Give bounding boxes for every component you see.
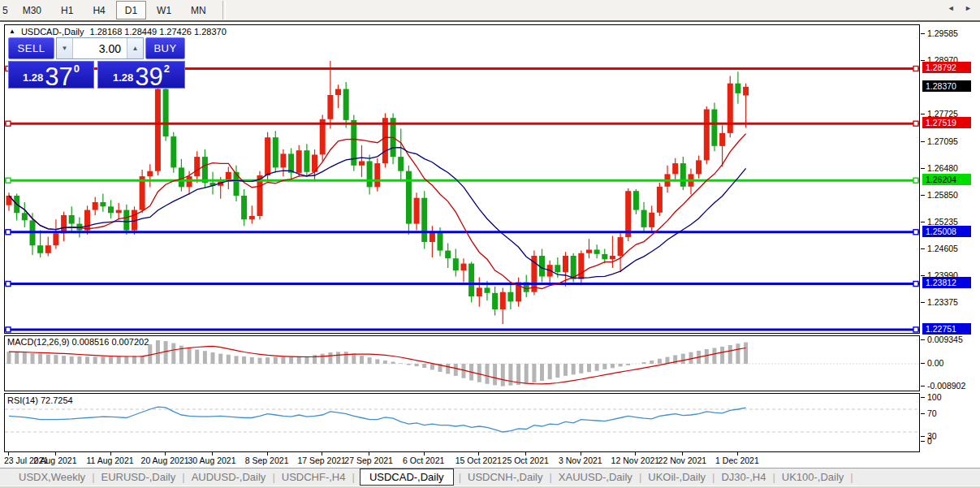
tab-separator: | <box>549 471 551 483</box>
hline-price-label: 1.22751 <box>922 323 971 335</box>
volume-input[interactable]: 3.00 <box>73 38 127 58</box>
price-axis-tick: 1.25850 <box>927 190 958 200</box>
tab-separator: | <box>92 471 94 483</box>
timeframe-m5-button[interactable]: 5 <box>1 1 12 19</box>
current-price-label: 1.28370 <box>922 80 971 92</box>
date-axis-label: 25 Oct 2021 <box>503 456 549 465</box>
date-axis-label: 11 Aug 2021 <box>86 456 133 465</box>
tab-separator: | <box>352 471 355 483</box>
tab-separator: | <box>712 471 714 483</box>
macd-axis-tick: -0.008902 <box>927 381 965 391</box>
tab-separator: | <box>772 471 775 483</box>
tabs-scroll-right-icon[interactable]: ► <box>965 4 976 12</box>
price-axis-tick: 1.24605 <box>927 244 958 253</box>
sell-price-display[interactable]: 1.28 37 0 <box>8 61 94 89</box>
macd-axis-tick: 0.00 <box>927 358 943 368</box>
buy-price-sup: 2 <box>164 63 170 75</box>
date-axis-label: 3 Nov 2021 <box>559 456 602 465</box>
symbol-tab-usdx-weekly[interactable]: USDX,Weekly <box>13 470 91 484</box>
symbol-tab-ukoil-daily[interactable]: UKOil-,Daily <box>642 470 711 484</box>
chart-ohlc-values: 1.28168 1.28449 1.27426 1.28370 <box>90 27 227 37</box>
symbol-tabbar: USDX,Weekly|EURUSD-,Daily|AUDUSD-,Daily|… <box>0 468 980 486</box>
macd-header-label: MACD(12,26,9) 0.008516 0.007202 <box>7 337 149 347</box>
hline-price-label: 1.23812 <box>922 277 971 288</box>
one-click-trading-panel: SELL ▼ 3.00 ▲ BUY 1.28 37 0 1.28 39 2 <box>8 37 185 89</box>
tab-separator: | <box>459 471 461 483</box>
buy-price-small: 1.28 <box>113 71 133 84</box>
date-axis-label: 22 Nov 2021 <box>658 456 707 465</box>
toolbar-separator <box>222 1 226 19</box>
price-axis[interactable]: 1.295851.289701.277251.270951.264801.258… <box>921 24 980 468</box>
tab-separator: | <box>850 471 853 483</box>
timeframe-mn-button[interactable]: MN <box>182 1 215 19</box>
hline-price-label: 1.28792 <box>922 62 971 73</box>
tab-separator: | <box>639 471 641 483</box>
timeframe-d1-button[interactable]: D1 <box>116 1 146 19</box>
chevron-up-icon: ▲ <box>132 45 139 52</box>
date-axis-label: 6 Oct 2021 <box>403 456 444 465</box>
sell-price-small: 1.28 <box>23 71 43 84</box>
symbol-tab-usdchf-h4[interactable]: USDCHF-,H4 <box>276 470 352 484</box>
sell-button[interactable]: SELL <box>8 37 54 59</box>
tab-separator: | <box>182 471 184 483</box>
sell-price-big: 37 <box>45 66 72 88</box>
date-axis-label: 8 Sep 2021 <box>245 456 289 465</box>
symbol-tab-uk100-daily[interactable]: UK100-,Daily <box>776 470 850 484</box>
rsi-pane[interactable] <box>4 393 920 452</box>
date-axis-label: 17 Sep 2021 <box>297 456 346 465</box>
price-axis-tick: 1.29585 <box>927 28 958 38</box>
symbol-tab-xauusd-daily[interactable]: XAUUSD-,Daily <box>553 470 638 484</box>
date-axis-label: 15 Oct 2021 <box>455 456 502 465</box>
sell-price-sup: 0 <box>74 63 80 75</box>
chevron-down-icon: ▼ <box>62 45 68 52</box>
symbol-tab-usdcad-daily[interactable]: USDCAD-,Daily <box>360 469 454 486</box>
tabs-scroll-left-icon[interactable]: ◄ <box>948 4 959 12</box>
rsi-axis-tick: 70 <box>927 408 937 418</box>
hline-price-label: 1.26204 <box>922 174 971 185</box>
volume-decrease-button[interactable]: ▼ <box>57 38 73 58</box>
trading-terminal-window: 5 M30 H1 H4 D1 W1 MN ▲ USDCAD-,Daily 1.2… <box>0 0 980 488</box>
date-axis[interactable]: 23 Jul 20212 Aug 202111 Aug 202120 Aug 2… <box>4 454 920 466</box>
date-axis-label: 27 Sep 2021 <box>344 456 393 465</box>
rsi-axis-tick: 100 <box>927 392 942 402</box>
timeframe-toolbar: 5 M30 H1 H4 D1 W1 MN <box>0 0 980 22</box>
symbol-tab-eurusd-daily[interactable]: EURUSD-,Daily <box>96 470 182 484</box>
hline-price-label: 1.27519 <box>922 117 971 128</box>
hline-price-label: 1.25008 <box>922 226 971 237</box>
collapse-triangle-icon[interactable]: ▲ <box>9 28 15 35</box>
symbol-tab-usdcnh-daily[interactable]: USDCNH-,Daily <box>462 470 548 484</box>
volume-spinner: ▼ 3.00 ▲ <box>56 37 144 59</box>
rsi-chart[interactable] <box>5 394 919 451</box>
date-axis-label: 20 Aug 2021 <box>141 456 189 465</box>
price-axis-tick: 1.26480 <box>927 163 958 173</box>
timeframe-h1-button[interactable]: H1 <box>52 1 82 19</box>
chart-symbol-label: USDCAD-,Daily <box>21 27 84 37</box>
buy-price-display[interactable]: 1.28 39 2 <box>97 61 185 89</box>
tabbar-scroll-arrows: ◄ ► <box>948 4 976 12</box>
buy-button[interactable]: BUY <box>145 37 185 59</box>
price-axis-tick: 1.27095 <box>927 136 958 146</box>
date-axis-label: 12 Nov 2021 <box>611 456 660 465</box>
timeframe-h4-button[interactable]: H4 <box>84 1 114 19</box>
tab-separator: | <box>272 471 274 483</box>
rsi-header-label: RSI(14) 72.7254 <box>7 395 73 405</box>
chart-title: ▲ USDCAD-,Daily 1.28168 1.28449 1.27426 … <box>9 27 227 37</box>
symbol-tab-audusd-daily[interactable]: AUDUSD-,Daily <box>186 470 272 484</box>
date-axis-label: 2 Aug 2021 <box>33 456 76 465</box>
timeframe-w1-button[interactable]: W1 <box>148 1 180 19</box>
timeframe-m30-button[interactable]: M30 <box>14 1 50 19</box>
rsi-axis-tick: 0 <box>927 436 932 446</box>
date-axis-label: 30 Aug 2021 <box>188 456 236 465</box>
price-axis-tick: 1.23375 <box>927 297 958 307</box>
symbol-tab-dj30-h4[interactable]: DJ30-,H4 <box>715 470 771 484</box>
volume-increase-button[interactable]: ▲ <box>127 38 143 58</box>
date-axis-label: 1 Dec 2021 <box>715 456 759 465</box>
macd-axis-tick: 0.009345 <box>927 335 963 344</box>
buy-price-big: 39 <box>135 66 162 88</box>
